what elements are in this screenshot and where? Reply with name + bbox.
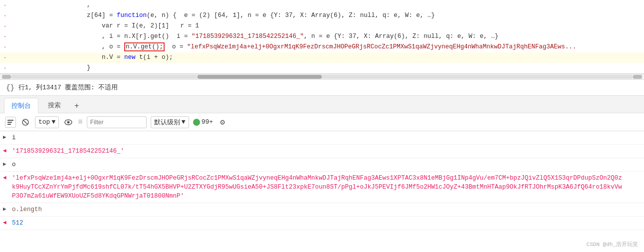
line-content: , o = n.V.get(); o = "lefxPsqWze1mj4a+el… <box>10 42 644 51</box>
code-line: - , o = n.V.get(); o = "lefxPsqWze1mj4a+… <box>0 42 644 52</box>
line-marker: - <box>0 32 10 41</box>
line-marker: - <box>0 0 10 10</box>
svg-point-6 <box>67 121 70 123</box>
code-line: - , i = n.X[r].get() i = "1718539296321_… <box>0 31 644 42</box>
console-entry-i-input: ▶ i <box>0 131 644 145</box>
block-icon <box>21 118 29 126</box>
console-output: ▶ i ◀ '1718539296321_1718542252146_' ▶ o… <box>0 131 644 230</box>
top-dropdown-arrow: ▼ <box>51 118 55 126</box>
level-label: 默认级别 <box>154 118 180 127</box>
svg-point-7 <box>195 120 199 124</box>
top-selector[interactable]: top ▼ <box>35 116 59 128</box>
line-content: , i = n.X[r].get() i = "1718539296321_17… <box>10 32 644 41</box>
line-content: var r = I(e, 2)[1] r = 1 <box>10 21 644 30</box>
code-line: - z[64] = function(e, n) { e = (2) [64, … <box>0 10 644 21</box>
code-editor: - , - z[64] = function(e, n) { e = (2) [… <box>0 0 644 74</box>
level-selector[interactable]: 默认级别 ▼ <box>151 116 189 128</box>
line-marker: - <box>0 63 10 73</box>
badge-dot <box>193 119 200 126</box>
tab-add-button[interactable]: + <box>70 100 83 113</box>
scroll-right-btn[interactable] <box>633 75 642 79</box>
chat-icon <box>194 120 199 125</box>
svg-line-4 <box>23 120 28 124</box>
status-bar: {} 行1, 列13417 覆盖范围: 不适用 <box>0 80 644 96</box>
console-entry-o-input: ▶ o <box>0 158 644 172</box>
clear-icon <box>7 119 14 126</box>
entry-value-long: 'lefxPsqWze1mj4a+elj+0OgxrM1qK9FezDrscmJ… <box>12 174 626 201</box>
scrollbar-track[interactable] <box>11 75 633 79</box>
line-content: n.V = new t(i + o); <box>10 53 644 62</box>
scroll-left-btn[interactable] <box>2 75 11 79</box>
horizontal-scrollbar[interactable] <box>0 74 644 80</box>
entry-value: 512 <box>12 219 23 228</box>
clear-console-button[interactable] <box>5 117 16 128</box>
entry-value: '1718539296321_1718542252146_' <box>12 147 124 156</box>
entry-arrow-right: ▶ <box>3 206 6 212</box>
filter-input[interactable] <box>87 116 147 128</box>
line-marker: - <box>0 53 10 62</box>
badge-count: 99+ <box>202 118 213 126</box>
code-line: - var r = I(e, 2)[1] r = 1 <box>0 21 644 31</box>
line-content: z[64] = function(e, n) { e = (2) [64, 1]… <box>10 11 644 20</box>
line-content: } <box>10 63 644 72</box>
svg-rect-2 <box>7 124 11 125</box>
entry-arrow-left: ◀ <box>3 174 6 181</box>
tab-console[interactable]: 控制台 <box>4 98 38 113</box>
tabs-bar: 控制台 搜索 + <box>0 96 644 113</box>
console-entry-length-result: ◀ 512 <box>0 217 644 230</box>
status-text: 行1, 列13417 覆盖范围: 不适用 <box>18 83 118 92</box>
entry-value: i <box>12 133 16 142</box>
scrollbar-thumb[interactable] <box>198 75 322 79</box>
console-entry-length-input: ▶ o.length <box>0 203 644 217</box>
line-content: , <box>10 0 644 9</box>
code-line: - } <box>0 63 644 73</box>
line-marker: - <box>0 21 10 31</box>
status-brace: {} <box>6 84 14 92</box>
entry-arrow-left: ◀ <box>3 219 6 226</box>
tab-search[interactable]: 搜索 <box>40 97 68 113</box>
console-entry-o-result: ◀ 'lefxPsqWze1mj4a+elj+0OgxrM1qK9FezDrsc… <box>0 172 644 203</box>
block-icon-button[interactable] <box>20 117 31 128</box>
code-line: - , <box>0 0 644 10</box>
console-toolbar: top ▼ ≡ 默认级别 ▼ 99+ ⚙ <box>0 113 644 131</box>
line-marker: - <box>0 11 10 20</box>
entry-arrow-left: ◀ <box>3 147 6 154</box>
svg-rect-0 <box>7 120 13 121</box>
settings-button[interactable]: ⚙ <box>217 117 228 128</box>
entry-arrow-right: ▶ <box>3 134 6 140</box>
message-badge: 99+ <box>193 118 213 126</box>
entry-value: o.length <box>12 205 42 214</box>
top-label: top <box>38 118 50 126</box>
entry-value: o <box>12 160 16 169</box>
code-line-highlighted: - n.V = new t(i + o); <box>0 52 644 63</box>
console-entry-i-result: ◀ '1718539296321_1718542252146_' <box>0 145 644 158</box>
level-dropdown-arrow: ▼ <box>182 118 186 126</box>
eye-icon <box>64 119 72 125</box>
entry-arrow-right: ▶ <box>3 161 6 167</box>
filter-separator: ≡ <box>78 118 83 127</box>
svg-rect-1 <box>7 122 12 123</box>
eye-button[interactable] <box>63 117 74 128</box>
line-marker: - <box>0 42 10 52</box>
